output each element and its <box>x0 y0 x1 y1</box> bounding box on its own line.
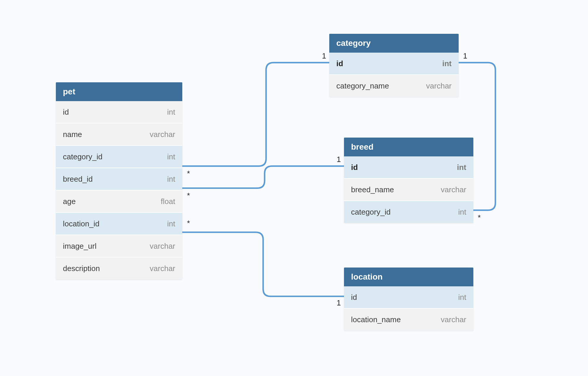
column-type: varchar <box>441 315 466 324</box>
column-type: int <box>458 208 466 217</box>
column-name: id <box>351 163 358 172</box>
column-name: image_url <box>63 242 96 251</box>
entity-breed-row-name[interactable]: breed_name varchar <box>344 179 473 201</box>
entity-location-row-name[interactable]: location_name varchar <box>344 309 473 330</box>
column-name: id <box>336 59 343 68</box>
connector-pet-location <box>182 232 344 296</box>
entity-pet-row-age[interactable]: age float <box>56 190 182 213</box>
entity-location[interactable]: location id int location_name varchar <box>344 268 473 330</box>
entity-breed-header: breed <box>344 138 473 156</box>
entity-pet-row-location-id[interactable]: location_id int <box>56 213 182 235</box>
column-name: name <box>63 130 82 139</box>
connector-pet-breed <box>182 166 344 188</box>
entity-pet-row-breed-id[interactable]: breed_id int <box>56 168 182 190</box>
cardinality-location-one: 1 <box>337 298 341 308</box>
column-type: varchar <box>426 81 452 91</box>
cardinality-pet-category-many: * <box>187 169 190 178</box>
entity-pet[interactable]: pet id int name varchar category_id int … <box>56 82 182 279</box>
column-type: varchar <box>441 185 466 194</box>
entity-pet-row-name[interactable]: name varchar <box>56 123 182 146</box>
cardinality-pet-breed-many: * <box>187 191 190 200</box>
column-type: int <box>167 152 175 161</box>
column-name: category_id <box>351 208 390 217</box>
column-name: location_name <box>351 315 401 324</box>
column-type: int <box>167 219 175 228</box>
cardinality-category-one-left: 1 <box>322 51 326 61</box>
entity-category[interactable]: category id int category_name varchar <box>329 34 459 97</box>
column-name: breed_name <box>351 185 394 194</box>
column-type: int <box>458 293 466 302</box>
column-type: int <box>442 59 452 68</box>
entity-category-row-id[interactable]: id int <box>329 53 459 75</box>
entity-location-header: location <box>344 268 473 286</box>
cardinality-breed-category-many: * <box>478 213 481 222</box>
entity-location-row-id[interactable]: id int <box>344 286 473 309</box>
entity-pet-row-image-url[interactable]: image_url varchar <box>56 235 182 258</box>
column-name: breed_id <box>63 175 93 184</box>
column-type: float <box>161 197 175 206</box>
entity-pet-row-category-id[interactable]: category_id int <box>56 146 182 168</box>
column-type: int <box>167 108 175 117</box>
column-name: category_name <box>336 81 389 91</box>
entity-pet-row-description[interactable]: description varchar <box>56 258 182 279</box>
entity-breed[interactable]: breed id int breed_name varchar category… <box>344 138 473 223</box>
cardinality-category-one-right: 1 <box>463 51 467 61</box>
column-type: int <box>457 163 466 172</box>
connector-pet-category <box>182 63 329 166</box>
entity-breed-row-category-id[interactable]: category_id int <box>344 201 473 223</box>
entity-category-row-name[interactable]: category_name varchar <box>329 75 459 97</box>
column-type: varchar <box>150 242 175 251</box>
entity-category-header: category <box>329 34 459 53</box>
entity-breed-row-id[interactable]: id int <box>344 156 473 179</box>
column-type: int <box>167 175 175 184</box>
cardinality-breed-one: 1 <box>337 155 341 164</box>
cardinality-pet-location-many: * <box>187 219 190 228</box>
column-name: id <box>63 108 69 117</box>
column-name: location_id <box>63 219 99 228</box>
column-name: description <box>63 264 100 273</box>
column-type: varchar <box>150 130 175 139</box>
entity-pet-row-id[interactable]: id int <box>56 101 182 123</box>
entity-pet-header: pet <box>56 82 182 101</box>
erd-canvas: pet id int name varchar category_id int … <box>0 0 588 376</box>
column-name: id <box>351 293 357 302</box>
column-name: category_id <box>63 152 102 161</box>
column-type: varchar <box>150 264 175 273</box>
column-name: age <box>63 197 76 206</box>
